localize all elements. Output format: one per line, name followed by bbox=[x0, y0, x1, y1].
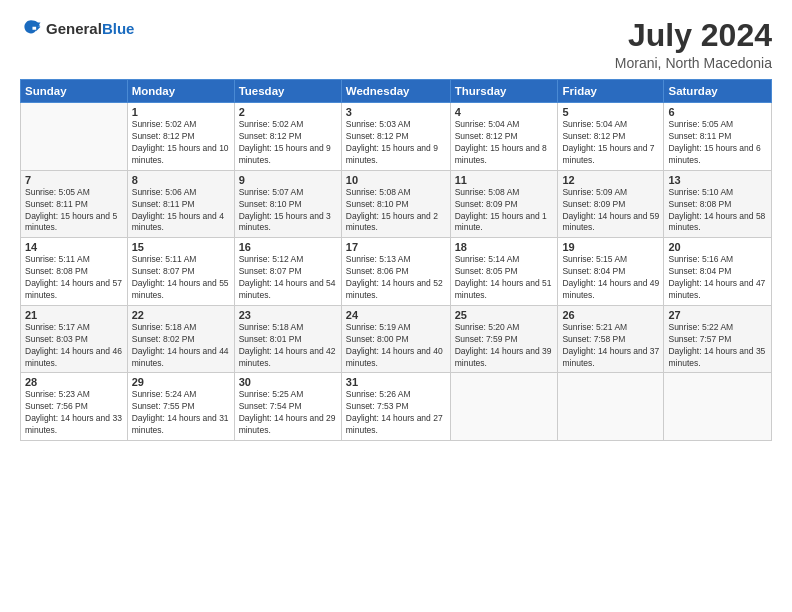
day-number: 26 bbox=[562, 309, 659, 321]
day-info: Sunrise: 5:08 AMSunset: 8:09 PMDaylight:… bbox=[455, 187, 554, 235]
day-number: 1 bbox=[132, 106, 230, 118]
calendar-cell: 19Sunrise: 5:15 AMSunset: 8:04 PMDayligh… bbox=[558, 238, 664, 306]
calendar-cell: 31Sunrise: 5:26 AMSunset: 7:53 PMDayligh… bbox=[341, 373, 450, 441]
day-info: Sunrise: 5:16 AMSunset: 8:04 PMDaylight:… bbox=[668, 254, 767, 302]
logo-text-blue: Blue bbox=[102, 20, 135, 37]
calendar-week-row: 7Sunrise: 5:05 AMSunset: 8:11 PMDaylight… bbox=[21, 170, 772, 238]
location: Morani, North Macedonia bbox=[615, 55, 772, 71]
day-number: 12 bbox=[562, 174, 659, 186]
day-info: Sunrise: 5:26 AMSunset: 7:53 PMDaylight:… bbox=[346, 389, 446, 437]
calendar-cell: 6Sunrise: 5:05 AMSunset: 8:11 PMDaylight… bbox=[664, 103, 772, 171]
day-number: 4 bbox=[455, 106, 554, 118]
day-info: Sunrise: 5:05 AMSunset: 8:11 PMDaylight:… bbox=[25, 187, 123, 235]
calendar-cell: 30Sunrise: 5:25 AMSunset: 7:54 PMDayligh… bbox=[234, 373, 341, 441]
day-info: Sunrise: 5:17 AMSunset: 8:03 PMDaylight:… bbox=[25, 322, 123, 370]
calendar-cell: 8Sunrise: 5:06 AMSunset: 8:11 PMDaylight… bbox=[127, 170, 234, 238]
logo: GeneralBlue bbox=[20, 18, 134, 40]
calendar-cell: 1Sunrise: 5:02 AMSunset: 8:12 PMDaylight… bbox=[127, 103, 234, 171]
col-wednesday: Wednesday bbox=[341, 80, 450, 103]
day-info: Sunrise: 5:21 AMSunset: 7:58 PMDaylight:… bbox=[562, 322, 659, 370]
title-area: July 2024 Morani, North Macedonia bbox=[615, 18, 772, 71]
calendar-cell bbox=[21, 103, 128, 171]
calendar-cell: 10Sunrise: 5:08 AMSunset: 8:10 PMDayligh… bbox=[341, 170, 450, 238]
day-number: 10 bbox=[346, 174, 446, 186]
day-number: 29 bbox=[132, 376, 230, 388]
day-number: 28 bbox=[25, 376, 123, 388]
col-tuesday: Tuesday bbox=[234, 80, 341, 103]
calendar-cell: 28Sunrise: 5:23 AMSunset: 7:56 PMDayligh… bbox=[21, 373, 128, 441]
calendar-header-row: Sunday Monday Tuesday Wednesday Thursday… bbox=[21, 80, 772, 103]
calendar-cell: 14Sunrise: 5:11 AMSunset: 8:08 PMDayligh… bbox=[21, 238, 128, 306]
day-number: 9 bbox=[239, 174, 337, 186]
day-number: 30 bbox=[239, 376, 337, 388]
col-sunday: Sunday bbox=[21, 80, 128, 103]
page: GeneralBlue July 2024 Morani, North Mace… bbox=[0, 0, 792, 612]
day-info: Sunrise: 5:04 AMSunset: 8:12 PMDaylight:… bbox=[455, 119, 554, 167]
day-number: 17 bbox=[346, 241, 446, 253]
col-saturday: Saturday bbox=[664, 80, 772, 103]
calendar-table: Sunday Monday Tuesday Wednesday Thursday… bbox=[20, 79, 772, 441]
calendar-cell: 20Sunrise: 5:16 AMSunset: 8:04 PMDayligh… bbox=[664, 238, 772, 306]
day-number: 2 bbox=[239, 106, 337, 118]
day-info: Sunrise: 5:09 AMSunset: 8:09 PMDaylight:… bbox=[562, 187, 659, 235]
calendar-cell: 13Sunrise: 5:10 AMSunset: 8:08 PMDayligh… bbox=[664, 170, 772, 238]
day-info: Sunrise: 5:07 AMSunset: 8:10 PMDaylight:… bbox=[239, 187, 337, 235]
day-info: Sunrise: 5:11 AMSunset: 8:08 PMDaylight:… bbox=[25, 254, 123, 302]
calendar-week-row: 1Sunrise: 5:02 AMSunset: 8:12 PMDaylight… bbox=[21, 103, 772, 171]
day-number: 19 bbox=[562, 241, 659, 253]
day-info: Sunrise: 5:03 AMSunset: 8:12 PMDaylight:… bbox=[346, 119, 446, 167]
calendar-cell: 16Sunrise: 5:12 AMSunset: 8:07 PMDayligh… bbox=[234, 238, 341, 306]
day-number: 6 bbox=[668, 106, 767, 118]
day-number: 22 bbox=[132, 309, 230, 321]
calendar-cell: 5Sunrise: 5:04 AMSunset: 8:12 PMDaylight… bbox=[558, 103, 664, 171]
logo-text-general: General bbox=[46, 20, 102, 37]
calendar-cell: 18Sunrise: 5:14 AMSunset: 8:05 PMDayligh… bbox=[450, 238, 558, 306]
day-info: Sunrise: 5:22 AMSunset: 7:57 PMDaylight:… bbox=[668, 322, 767, 370]
calendar-cell: 27Sunrise: 5:22 AMSunset: 7:57 PMDayligh… bbox=[664, 305, 772, 373]
day-number: 8 bbox=[132, 174, 230, 186]
day-info: Sunrise: 5:19 AMSunset: 8:00 PMDaylight:… bbox=[346, 322, 446, 370]
day-info: Sunrise: 5:06 AMSunset: 8:11 PMDaylight:… bbox=[132, 187, 230, 235]
day-number: 18 bbox=[455, 241, 554, 253]
calendar-cell bbox=[664, 373, 772, 441]
day-info: Sunrise: 5:13 AMSunset: 8:06 PMDaylight:… bbox=[346, 254, 446, 302]
day-info: Sunrise: 5:05 AMSunset: 8:11 PMDaylight:… bbox=[668, 119, 767, 167]
calendar-cell: 21Sunrise: 5:17 AMSunset: 8:03 PMDayligh… bbox=[21, 305, 128, 373]
day-number: 5 bbox=[562, 106, 659, 118]
day-number: 31 bbox=[346, 376, 446, 388]
calendar-cell: 3Sunrise: 5:03 AMSunset: 8:12 PMDaylight… bbox=[341, 103, 450, 171]
day-info: Sunrise: 5:10 AMSunset: 8:08 PMDaylight:… bbox=[668, 187, 767, 235]
day-number: 13 bbox=[668, 174, 767, 186]
calendar-cell: 26Sunrise: 5:21 AMSunset: 7:58 PMDayligh… bbox=[558, 305, 664, 373]
day-info: Sunrise: 5:02 AMSunset: 8:12 PMDaylight:… bbox=[132, 119, 230, 167]
day-number: 15 bbox=[132, 241, 230, 253]
calendar-cell bbox=[450, 373, 558, 441]
calendar-cell: 4Sunrise: 5:04 AMSunset: 8:12 PMDaylight… bbox=[450, 103, 558, 171]
calendar-cell: 25Sunrise: 5:20 AMSunset: 7:59 PMDayligh… bbox=[450, 305, 558, 373]
day-number: 20 bbox=[668, 241, 767, 253]
day-info: Sunrise: 5:25 AMSunset: 7:54 PMDaylight:… bbox=[239, 389, 337, 437]
day-number: 11 bbox=[455, 174, 554, 186]
col-friday: Friday bbox=[558, 80, 664, 103]
calendar-cell: 11Sunrise: 5:08 AMSunset: 8:09 PMDayligh… bbox=[450, 170, 558, 238]
calendar-cell: 7Sunrise: 5:05 AMSunset: 8:11 PMDaylight… bbox=[21, 170, 128, 238]
day-number: 21 bbox=[25, 309, 123, 321]
calendar-cell: 15Sunrise: 5:11 AMSunset: 8:07 PMDayligh… bbox=[127, 238, 234, 306]
day-info: Sunrise: 5:14 AMSunset: 8:05 PMDaylight:… bbox=[455, 254, 554, 302]
col-thursday: Thursday bbox=[450, 80, 558, 103]
calendar-cell: 23Sunrise: 5:18 AMSunset: 8:01 PMDayligh… bbox=[234, 305, 341, 373]
calendar-cell: 9Sunrise: 5:07 AMSunset: 8:10 PMDaylight… bbox=[234, 170, 341, 238]
day-info: Sunrise: 5:08 AMSunset: 8:10 PMDaylight:… bbox=[346, 187, 446, 235]
calendar-cell: 24Sunrise: 5:19 AMSunset: 8:00 PMDayligh… bbox=[341, 305, 450, 373]
day-number: 16 bbox=[239, 241, 337, 253]
day-info: Sunrise: 5:04 AMSunset: 8:12 PMDaylight:… bbox=[562, 119, 659, 167]
calendar-week-row: 21Sunrise: 5:17 AMSunset: 8:03 PMDayligh… bbox=[21, 305, 772, 373]
calendar-cell: 29Sunrise: 5:24 AMSunset: 7:55 PMDayligh… bbox=[127, 373, 234, 441]
day-number: 7 bbox=[25, 174, 123, 186]
day-number: 3 bbox=[346, 106, 446, 118]
month-year: July 2024 bbox=[615, 18, 772, 53]
day-number: 23 bbox=[239, 309, 337, 321]
day-number: 14 bbox=[25, 241, 123, 253]
day-info: Sunrise: 5:23 AMSunset: 7:56 PMDaylight:… bbox=[25, 389, 123, 437]
day-info: Sunrise: 5:24 AMSunset: 7:55 PMDaylight:… bbox=[132, 389, 230, 437]
